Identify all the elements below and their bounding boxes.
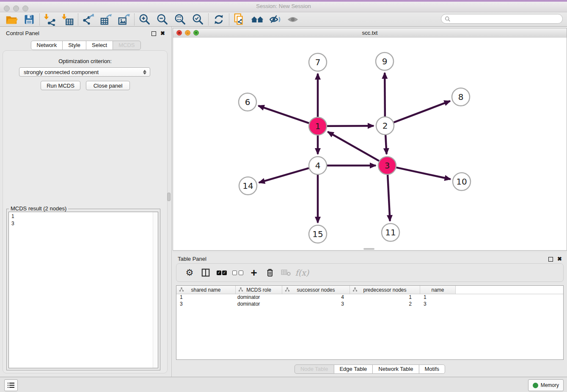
zoom-selected-button[interactable] — [189, 13, 207, 26]
criterion-dropdown[interactable]: strongly connected component — [19, 67, 150, 77]
column-header-successor-nodes[interactable]: successor nodes — [282, 286, 350, 294]
refresh-button[interactable] — [210, 13, 228, 26]
delete-table-button[interactable] — [278, 265, 294, 280]
cell-predecessor-nodes[interactable]: 1 — [350, 294, 420, 301]
tab-style[interactable]: Style — [62, 41, 86, 50]
graph-node-label-8: 8 — [458, 92, 464, 102]
search-field[interactable] — [441, 14, 563, 24]
cell-shared-name[interactable]: 3 — [176, 301, 236, 308]
status-bar: Memory — [0, 377, 567, 392]
select-all-button[interactable]: ✓ ✓ — [214, 265, 230, 280]
float-table-panel-icon[interactable] — [548, 257, 553, 262]
hide-selected-button[interactable] — [266, 13, 284, 26]
graph-edge-1-2[interactable] — [327, 126, 374, 126]
mcds-result-textarea[interactable]: 1 3 — [8, 212, 158, 368]
graph-edge-3-11[interactable] — [388, 175, 390, 221]
table-row[interactable]: 1 dominator 4 1 1 — [176, 294, 563, 301]
import-network-button[interactable] — [41, 13, 59, 26]
graph-edge-4-14[interactable] — [259, 168, 309, 182]
graph-node-label-6: 6 — [245, 97, 250, 107]
float-panel-icon[interactable] — [151, 31, 156, 36]
zoom-fit-button[interactable] — [171, 13, 189, 26]
home-neighbors-button[interactable] — [248, 13, 266, 26]
split-panel-button[interactable] — [198, 265, 214, 280]
graph-edge-3-10[interactable] — [396, 168, 451, 179]
export-table-button[interactable] — [97, 13, 115, 26]
cell-name[interactable]: 3 — [420, 301, 456, 308]
zoom-in-icon — [138, 13, 151, 26]
column-header-predecessor-nodes[interactable]: predecessor nodes — [350, 286, 420, 294]
column-header-name[interactable]: name — [420, 286, 456, 294]
close-panel-button[interactable]: Close panel — [86, 81, 130, 90]
graph-edge-1-6[interactable] — [259, 106, 309, 123]
open-folder-icon — [5, 13, 18, 26]
task-history-button[interactable] — [4, 379, 18, 391]
search-input[interactable] — [451, 15, 562, 23]
control-panel-tabs: Network Style Select MCDS — [30, 41, 140, 50]
zoom-out-button[interactable] — [154, 13, 171, 26]
delete-table-icon — [281, 269, 291, 276]
cell-mcds-role[interactable]: dominator — [236, 301, 282, 308]
panel-splitter-grip[interactable] — [167, 193, 171, 201]
column-settings-button[interactable]: ⚙ — [182, 265, 198, 280]
close-table-panel-icon[interactable]: ✖ — [557, 256, 562, 262]
save-session-button[interactable] — [20, 13, 38, 26]
column-header-shared-name[interactable]: shared name — [176, 286, 236, 294]
network-hscroll-thumb[interactable] — [363, 248, 374, 250]
cell-mcds-role[interactable]: dominator — [236, 294, 282, 301]
export-network-button[interactable] — [80, 13, 97, 26]
import-table-button[interactable] — [59, 13, 77, 26]
graph-node-label-3: 3 — [385, 160, 390, 171]
tab-edge-table[interactable]: Edge Table — [333, 364, 373, 374]
network-window-titlebar[interactable]: ✕ − + scc.txt — [173, 28, 567, 38]
unchecked-box-icon — [232, 271, 237, 275]
tab-network[interactable]: Network — [30, 41, 63, 50]
close-panel-icon[interactable]: ✖ — [160, 30, 165, 36]
function-builder-button[interactable]: f(x) — [294, 265, 310, 280]
run-mcds-button[interactable]: Run MCDS — [41, 81, 80, 90]
show-all-button[interactable] — [284, 13, 302, 26]
graph-edge-2-8[interactable] — [394, 101, 450, 123]
cell-shared-name[interactable]: 1 — [176, 294, 236, 301]
tab-mcds[interactable]: MCDS — [113, 41, 140, 50]
result-scrollbar[interactable] — [153, 212, 158, 368]
delete-column-button[interactable] — [262, 265, 278, 280]
open-session-button[interactable] — [3, 13, 20, 26]
graph-edge-3-1[interactable] — [328, 132, 379, 161]
cell-predecessor-nodes[interactable]: 2 — [350, 301, 420, 308]
search-icon — [445, 16, 451, 22]
export-image-icon — [118, 13, 130, 26]
graph-edge-2-3[interactable] — [385, 135, 386, 154]
graph-edge-2-9[interactable] — [385, 73, 385, 116]
checked-box-icon: ✓ — [217, 271, 221, 275]
zoom-in-button[interactable] — [136, 13, 154, 26]
control-panel-title: Control Panel — [6, 30, 39, 36]
zoom-fit-icon — [174, 13, 187, 26]
cell-successor-nodes[interactable]: 3 — [282, 301, 350, 308]
fx-icon: f(x) — [295, 268, 309, 277]
tab-network-table[interactable]: Network Table — [372, 364, 419, 374]
graph-node-label-1: 1 — [315, 121, 321, 131]
tab-node-table[interactable]: Node Table — [295, 364, 334, 374]
cell-successor-nodes[interactable]: 4 — [282, 294, 350, 301]
graph-node-label-4: 4 — [315, 160, 321, 171]
deselect-all-button[interactable] — [230, 265, 246, 280]
mcds-result-text: 1 3 — [11, 213, 14, 227]
import-table-icon — [61, 13, 74, 26]
table-row[interactable]: 3 dominator 3 2 3 — [176, 301, 563, 308]
tab-motifs[interactable]: Motifs — [418, 364, 445, 374]
add-column-button[interactable]: + — [246, 265, 262, 280]
node-table: shared name MCDS role successor nodes — [176, 285, 564, 360]
export-image-button[interactable] — [115, 13, 133, 26]
clone-network-button[interactable] — [231, 13, 248, 26]
mcds-panel: Optimization criterion: strongly connect… — [3, 50, 168, 373]
memory-button[interactable]: Memory — [528, 379, 564, 391]
tab-select[interactable]: Select — [86, 41, 113, 50]
mcds-result-legend: MCDS result (2 nodes) — [9, 205, 68, 212]
column-header-mcds-role[interactable]: MCDS role — [236, 286, 282, 294]
table-panel: Table Panel ✖ ⚙ ✓ ✓ + — [173, 252, 567, 377]
network-canvas[interactable]: 1234678910111415 — [173, 38, 567, 250]
cell-name[interactable]: 1 — [420, 294, 456, 301]
optimization-criterion-label: Optimization criterion: — [3, 58, 167, 64]
column-hierarchy-icon — [238, 287, 243, 292]
